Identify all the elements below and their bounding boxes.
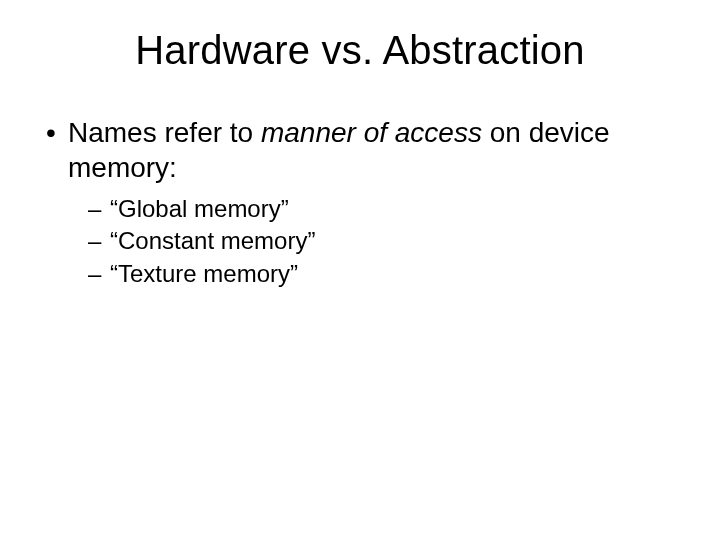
slide-title: Hardware vs. Abstraction [40,28,680,73]
bullet-level-2: “Global memory” [88,193,680,225]
bullet-level-2: “Texture memory” [88,258,680,290]
bullet-level-1: Names refer to manner of access on devic… [46,115,680,185]
bullet-text-prefix: Names refer to [68,117,261,148]
bullet-text-italic: manner of access [261,117,482,148]
bullet-level-2: “Constant memory” [88,225,680,257]
